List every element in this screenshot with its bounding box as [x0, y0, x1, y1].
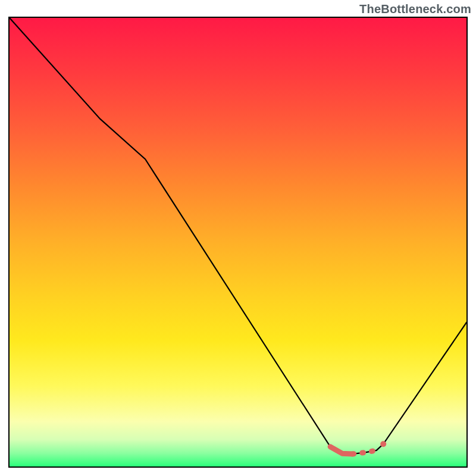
- highlight-dot-icon: [380, 441, 386, 447]
- main-curve: [10, 18, 466, 454]
- chart-svg: [10, 18, 466, 466]
- marker-segment: [330, 447, 377, 454]
- watermark-text: TheBottleneck.com: [359, 2, 471, 16]
- chart-stage: TheBottleneck.com: [0, 0, 476, 476]
- plot-area: [8, 17, 468, 468]
